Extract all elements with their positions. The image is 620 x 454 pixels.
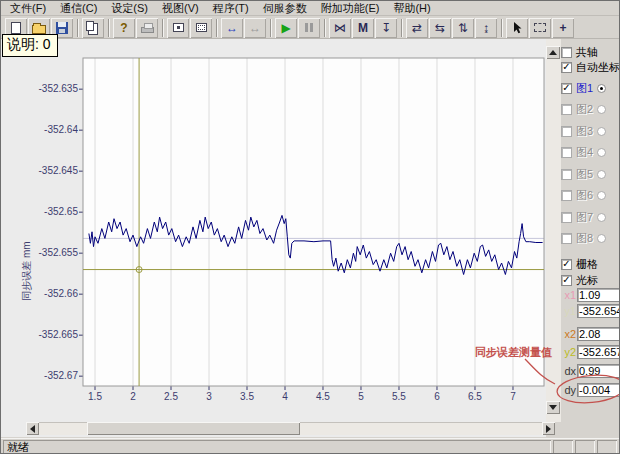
- checkbox-label: 自动坐标: [576, 60, 620, 75]
- checkbox-row-auto-scale[interactable]: ✓自动坐标: [561, 60, 620, 74]
- menu-item-comm[interactable]: 通信(C): [53, 0, 104, 17]
- field-row-dx: dx0.99: [561, 363, 620, 378]
- menu-item-file[interactable]: 文件(F): [3, 0, 53, 17]
- x-tick-label: 4: [268, 391, 302, 402]
- plot-row-3: 图3: [561, 124, 606, 138]
- checkbox: [561, 104, 572, 115]
- status-cell: [553, 440, 573, 454]
- panel-scrollbar[interactable]: [546, 39, 561, 422]
- toolbar-separator: [162, 19, 164, 37]
- scale-x-expand-icon[interactable]: ⇄: [406, 18, 428, 38]
- checkbox-label: 光标: [576, 273, 598, 288]
- menu-item-settings[interactable]: 设定(S): [104, 0, 155, 17]
- copy-icon[interactable]: [82, 18, 104, 38]
- scroll-up-button[interactable]: [546, 46, 560, 59]
- field-value-y1[interactable]: -352.654: [577, 304, 620, 318]
- scrollbar-thumb[interactable]: [87, 422, 300, 435]
- field-label-x1: x1: [561, 289, 576, 301]
- y-axis-title: 同步误差 mm: [20, 231, 34, 311]
- field-label-y2: y2: [561, 346, 576, 358]
- menu-item-help[interactable]: 帮助(H): [386, 0, 437, 17]
- radio-dot: [600, 87, 603, 90]
- plot-radio-selected[interactable]: [597, 84, 606, 93]
- plot-label: 图6: [576, 188, 593, 203]
- chart-canvas[interactable]: [1, 39, 546, 437]
- scroll-right-button[interactable]: [542, 422, 555, 435]
- checkbox-label: 共轴: [576, 45, 598, 60]
- scroll-down-button[interactable]: [546, 401, 560, 414]
- scroll-left-button[interactable]: [26, 422, 39, 435]
- help-icon[interactable]: ?: [113, 18, 135, 38]
- x-tick-label: 7: [496, 391, 530, 402]
- field-value-x1[interactable]: 1.09: [577, 288, 620, 302]
- checkbox-row-grid[interactable]: ✓栅格: [561, 257, 598, 271]
- checkbox-row-shared-axis[interactable]: 共轴: [561, 45, 598, 59]
- y-tick-label: -352.655: [31, 247, 78, 258]
- menu-item-extra-functions[interactable]: 附加功能(E): [314, 0, 387, 17]
- field-row-x2: x22.08: [561, 326, 620, 341]
- plot-row-2: 图2: [561, 103, 606, 117]
- toolbar-separator: [77, 19, 79, 37]
- compress-x-icon: ↔: [244, 18, 266, 38]
- field-value-dy[interactable]: -0.004: [577, 383, 620, 397]
- plot-label: 图4: [576, 145, 593, 160]
- pan-icon[interactable]: +: [552, 18, 574, 38]
- checkbox-row-cursor[interactable]: ✓光标: [561, 273, 598, 287]
- menu-item-servo-params[interactable]: 伺服参数: [256, 0, 314, 17]
- scale-y-expand-icon[interactable]: ⇅: [452, 18, 474, 38]
- checkbox-checked[interactable]: ✓: [561, 83, 572, 94]
- status-bar: 就绪: [1, 438, 620, 454]
- zoom-manual-icon[interactable]: M: [352, 18, 374, 38]
- plot-radio: [597, 234, 606, 243]
- zoom-fit-y-icon[interactable]: ↧: [375, 18, 397, 38]
- menu-item-view[interactable]: 视图(V): [155, 0, 206, 17]
- plot-label: 图8: [576, 231, 593, 246]
- marker-box-icon[interactable]: [167, 18, 189, 38]
- checkbox-checked[interactable]: ✓: [561, 62, 572, 73]
- field-value-dx[interactable]: 0.99: [577, 364, 620, 378]
- field-value-x2[interactable]: 2.08: [577, 327, 620, 341]
- checkbox-label: 栅格: [576, 257, 598, 272]
- checkbox-checked[interactable]: ✓: [561, 275, 572, 286]
- y-tick-label: -352.65: [31, 206, 78, 217]
- chart-area[interactable]: -352.635-352.64-352.645-352.65-352.655-3…: [1, 39, 546, 437]
- plot-row-5: 图5: [561, 167, 606, 181]
- status-cell: [597, 440, 617, 454]
- up-arrow-icon: [549, 50, 557, 55]
- horizontal-scrollbar[interactable]: [26, 422, 555, 435]
- scale-y-shrink-icon[interactable]: ↨: [475, 18, 497, 38]
- x-tick-label: 2: [116, 391, 150, 402]
- field-value-y2[interactable]: -352.657: [577, 345, 620, 359]
- plot-row-6: 图6: [561, 189, 606, 203]
- stretch-x-icon[interactable]: ↔: [221, 18, 243, 38]
- copy-icon: [86, 21, 94, 31]
- checkbox: [561, 169, 572, 180]
- field-label-y1: y1: [561, 305, 576, 317]
- menu-item-program[interactable]: 程序(T): [206, 0, 256, 17]
- x-tick-label: 6.5: [458, 391, 492, 402]
- plot-radio: [597, 170, 606, 179]
- plot-row-1[interactable]: ✓图1: [561, 81, 606, 95]
- x-tick-label: 5.5: [382, 391, 416, 402]
- run-icon[interactable]: ▶: [275, 18, 297, 38]
- toolbar-separator: [270, 19, 272, 37]
- marker-box-dotted-icon: [196, 23, 207, 32]
- zoom-window-icon[interactable]: ⋈: [329, 18, 351, 38]
- annotation-label: 同步误差测量值: [475, 345, 552, 360]
- marker-box-dotted-icon[interactable]: [190, 18, 212, 38]
- checkbox: [561, 233, 572, 244]
- x-tick-label: 3: [192, 391, 226, 402]
- pause-icon: [298, 18, 320, 38]
- toolbar: ?↔↔▶⋈M↧⇄⇆⇅↨+: [1, 17, 619, 39]
- toolbar-separator: [401, 19, 403, 37]
- print-icon: [141, 27, 154, 33]
- toolbar-separator: [216, 19, 218, 37]
- scale-x-shrink-icon[interactable]: ⇆: [429, 18, 451, 38]
- checkbox-checked[interactable]: ✓: [561, 259, 572, 270]
- x-tick-label: 5: [344, 391, 378, 402]
- pointer-icon[interactable]: [506, 18, 528, 38]
- hint-tooltip: 说明: 0: [2, 34, 58, 57]
- select-rect-icon[interactable]: [529, 18, 551, 38]
- checkbox[interactable]: [561, 47, 572, 58]
- open-file-icon: [32, 25, 46, 34]
